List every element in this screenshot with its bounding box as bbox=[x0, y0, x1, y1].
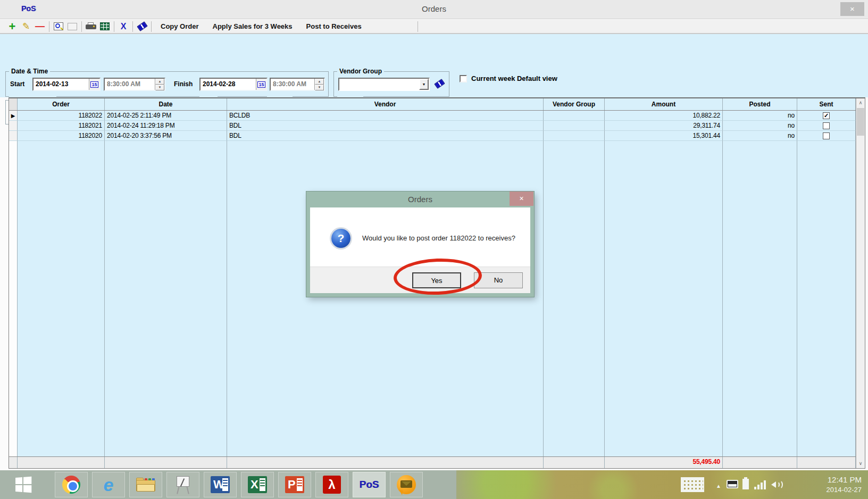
start-date-calendar-button[interactable]: 15 bbox=[89, 79, 99, 90]
touch-keyboard-icon[interactable] bbox=[681, 477, 704, 492]
vendor-group-label: Vendor Group bbox=[337, 68, 384, 75]
taskbar-ie-button[interactable]: e bbox=[92, 472, 125, 497]
cell-sent[interactable]: ✓ bbox=[797, 121, 856, 131]
apply-sales-button[interactable]: Apply Sales for 3 Weeks bbox=[213, 22, 293, 30]
window-view-button[interactable] bbox=[65, 20, 79, 32]
edit-button[interactable]: ✎ bbox=[19, 20, 33, 32]
cell-amount[interactable]: 29,311.74 bbox=[605, 121, 723, 131]
taskbar-file-explorer-button[interactable] bbox=[129, 472, 162, 497]
row-selector-arrow-icon: ▶ bbox=[11, 113, 15, 119]
taskbar-adobe-button[interactable]: λ bbox=[315, 472, 348, 497]
scroll-down-icon[interactable]: ∨ bbox=[856, 459, 865, 468]
cell-posted[interactable]: no bbox=[723, 121, 797, 131]
table-row[interactable]: 1182020 2014-02-20 3:37:56 PM BDL 15,301… bbox=[9, 131, 856, 141]
cell-sent[interactable]: ✓ bbox=[797, 111, 856, 121]
column-header-posted[interactable]: Posted bbox=[723, 98, 797, 110]
question-icon: ? bbox=[331, 229, 350, 248]
adobe-reader-icon: λ bbox=[323, 476, 341, 494]
current-week-checkbox[interactable] bbox=[460, 75, 467, 82]
delete-button[interactable]: — bbox=[33, 20, 47, 32]
network-signal-icon[interactable] bbox=[754, 480, 767, 489]
vertical-scrollbar[interactable]: ∧ ∨ bbox=[856, 98, 865, 468]
cell-vendor[interactable]: BDL bbox=[227, 121, 544, 131]
battery-tray-icon[interactable] bbox=[742, 479, 749, 489]
taskbar-mail-button[interactable] bbox=[390, 472, 423, 497]
vendor-group-dropdown[interactable]: ▼ bbox=[338, 78, 430, 91]
post-to-receives-button[interactable]: Post to Receives bbox=[306, 22, 362, 30]
cell-order[interactable]: 1182021 bbox=[18, 121, 105, 131]
scrollbar-thumb[interactable] bbox=[857, 108, 864, 136]
finish-time-field[interactable]: 8:30:00 AM ▲ ▼ bbox=[270, 78, 325, 91]
help-button[interactable] bbox=[135, 20, 149, 32]
sent-checkbox[interactable]: ✓ bbox=[823, 122, 830, 129]
cell-vendor-group[interactable] bbox=[544, 121, 605, 131]
window-close-button[interactable]: × bbox=[840, 2, 864, 16]
row-selector-cell[interactable] bbox=[9, 131, 18, 141]
taskbar-word-button[interactable]: W bbox=[204, 472, 237, 497]
start-date-field[interactable]: 2014-02-13 15 bbox=[32, 78, 101, 91]
tray-expand-icon[interactable]: ▲ bbox=[716, 483, 721, 489]
no-button[interactable]: No bbox=[474, 272, 523, 288]
table-row[interactable]: 1182021 2014-02-24 11:29:18 PM BDL 29,31… bbox=[9, 121, 856, 131]
taskbar-excel-button[interactable]: X bbox=[241, 472, 274, 497]
volume-icon[interactable] bbox=[771, 480, 785, 489]
cell-date[interactable]: 2014-02-20 3:37:56 PM bbox=[105, 131, 227, 141]
cell-amount[interactable]: 15,301.44 bbox=[605, 131, 723, 141]
column-header-amount[interactable]: Amount bbox=[605, 98, 723, 110]
cell-date[interactable]: 2014-02-24 11:29:18 PM bbox=[105, 121, 227, 131]
dropdown-arrow-icon[interactable]: ▼ bbox=[419, 79, 429, 90]
word-icon: W bbox=[211, 476, 230, 493]
cell-amount[interactable]: 10,882.22 bbox=[605, 111, 723, 121]
calendar-icon: 15 bbox=[257, 81, 265, 88]
date-time-group: Date & Time Start 2014-02-13 15 8:30:00 … bbox=[5, 71, 329, 97]
cell-order[interactable]: 1182020 bbox=[18, 131, 105, 141]
column-header-order[interactable]: Order bbox=[18, 98, 105, 110]
finish-date-calendar-button[interactable]: 15 bbox=[256, 79, 266, 90]
cell-order[interactable]: 1182022 bbox=[18, 111, 105, 121]
easel-icon bbox=[174, 475, 191, 494]
excel-export-icon bbox=[100, 22, 110, 30]
vendor-group-lookup-icon[interactable] bbox=[434, 79, 445, 89]
cell-date[interactable]: 2014-02-25 2:11:49 PM bbox=[105, 111, 227, 121]
add-button[interactable]: + bbox=[5, 20, 19, 32]
finish-time-spinner[interactable]: ▲ ▼ bbox=[314, 79, 324, 90]
cancel-button[interactable]: X bbox=[116, 20, 130, 32]
yes-button[interactable]: Yes bbox=[412, 272, 461, 288]
cell-posted[interactable]: no bbox=[723, 111, 797, 121]
finish-date-field[interactable]: 2014-02-28 15 bbox=[199, 78, 268, 91]
cell-vendor[interactable]: BDL bbox=[227, 131, 544, 141]
column-header-sent[interactable]: Sent bbox=[797, 98, 856, 110]
taskbar-paint-button[interactable] bbox=[166, 472, 199, 497]
sent-checkbox[interactable]: ✓ bbox=[823, 112, 830, 119]
column-header-vendor[interactable]: Vendor bbox=[227, 98, 544, 110]
sent-checkbox[interactable]: ✓ bbox=[823, 132, 830, 139]
row-selector-cell[interactable]: ▶ bbox=[9, 111, 18, 121]
preview-button[interactable] bbox=[52, 20, 65, 32]
start-time-spinner[interactable]: ▲ ▼ bbox=[155, 79, 164, 90]
table-row[interactable]: ▶ 1182022 2014-02-25 2:11:49 PM BCLDB 10… bbox=[9, 111, 856, 121]
display-tray-icon[interactable] bbox=[727, 480, 738, 488]
column-header-date[interactable]: Date bbox=[105, 98, 227, 110]
cell-posted[interactable]: no bbox=[723, 131, 797, 141]
scroll-up-icon[interactable]: ∧ bbox=[856, 98, 865, 107]
start-time-field[interactable]: 8:30:00 AM ▲ ▼ bbox=[104, 78, 165, 91]
cell-vendor-group[interactable] bbox=[544, 111, 605, 121]
taskbar-chrome-button[interactable] bbox=[55, 472, 88, 497]
dialog-message: Would you like to post order 1182022 to … bbox=[362, 234, 515, 242]
row-selector-cell[interactable] bbox=[9, 121, 18, 131]
dialog-content: ? Would you like to post order 1182022 t… bbox=[310, 207, 530, 293]
copy-order-button[interactable]: Copy Order bbox=[161, 22, 199, 30]
export-excel-button[interactable] bbox=[98, 20, 112, 32]
cell-vendor-group[interactable] bbox=[544, 131, 605, 141]
taskbar-clock[interactable]: 12:41 PM 2014-02-27 bbox=[791, 475, 862, 494]
taskbar-powerpoint-button[interactable]: P bbox=[278, 472, 311, 497]
cell-sent[interactable]: ✓ bbox=[797, 131, 856, 141]
cell-vendor[interactable]: BCLDB bbox=[227, 111, 544, 121]
print-button[interactable] bbox=[84, 20, 98, 32]
dialog-close-button[interactable]: × bbox=[510, 192, 533, 206]
column-header-vendor-group[interactable]: Vendor Group bbox=[544, 98, 605, 110]
window-title: Orders bbox=[0, 4, 868, 13]
taskbar-pos-button[interactable]: PoS bbox=[353, 472, 386, 497]
start-button[interactable] bbox=[10, 476, 36, 494]
current-week-label: Current week Default view bbox=[471, 74, 557, 82]
